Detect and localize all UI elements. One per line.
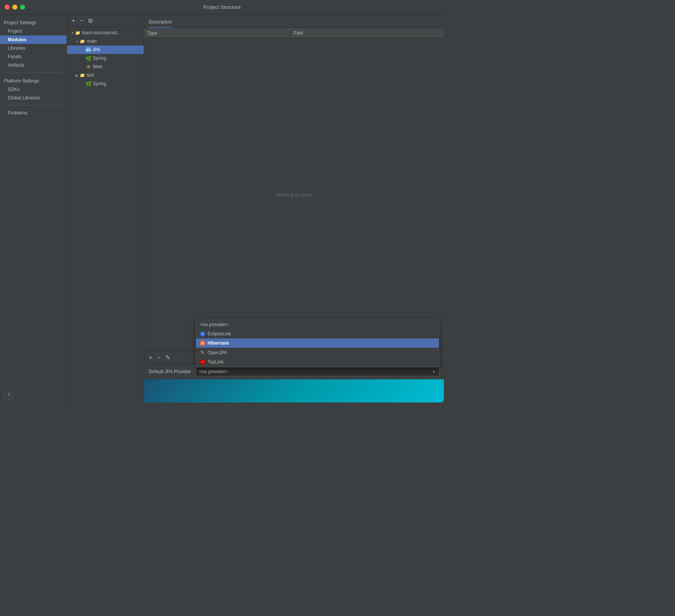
sidebar-item-problems[interactable]: Problems xyxy=(0,109,67,117)
tree-copy-button[interactable]: ⧉ xyxy=(87,17,94,24)
tree-toolbar: + − ⧉ xyxy=(67,15,144,27)
jpa-provider-row: Default JPA Provider <no provider> ▼ <no… xyxy=(144,364,444,379)
tree-item-spring-test[interactable]: 🌿 Spring xyxy=(67,79,144,88)
dropdown-item-toplink[interactable]: T TopLink xyxy=(196,357,439,367)
tree-item-root[interactable]: ▾ 📁 learn-microservic... xyxy=(67,29,144,37)
tree-label-jpa: JPA xyxy=(92,47,100,52)
titlebar: Project Structure xyxy=(0,0,444,15)
column-type: Type xyxy=(144,30,290,36)
sidebar-item-facets[interactable]: Facets xyxy=(0,52,67,61)
window-title: Project Structure xyxy=(203,4,241,10)
sidebar-item-modules[interactable]: Modules xyxy=(0,35,67,44)
tree-arrow-root: ▾ xyxy=(70,31,75,35)
bottom-teal-area xyxy=(144,379,444,402)
dropdown-item-eclipselink[interactable]: E EclipseLink xyxy=(196,329,439,338)
sidebar-bottom: ? xyxy=(0,388,67,402)
close-button[interactable] xyxy=(5,5,10,10)
sidebar-item-project[interactable]: Project xyxy=(0,27,67,35)
help-button[interactable]: ? xyxy=(4,390,14,400)
tree-item-web[interactable]: ⊕ Web xyxy=(67,62,144,71)
tab-descriptors[interactable]: Descriptors xyxy=(149,18,172,28)
jpa-provider-select[interactable]: <no provider> ▼ xyxy=(196,367,439,376)
tree-item-main[interactable]: ▾ 📁 main xyxy=(67,37,144,45)
tree-arrow-test: ▶ xyxy=(75,73,79,77)
toplink-label: TopLink xyxy=(208,359,223,365)
descriptor-edit-button[interactable]: ✎ xyxy=(164,353,172,362)
tree-label-main: main xyxy=(87,39,97,44)
tab-header: Descriptors xyxy=(144,15,444,28)
jpa-provider-dropdown-container: <no provider> ▼ <no provider> E EclipseL… xyxy=(196,367,439,376)
web-icon: ⊕ xyxy=(86,64,92,70)
descriptor-remove-button[interactable]: − xyxy=(155,354,162,362)
empty-message: Nothing to show xyxy=(276,192,312,198)
folder-icon-root: 📁 xyxy=(75,30,81,36)
hibernate-icon: H xyxy=(200,340,205,346)
tree-add-button[interactable]: + xyxy=(70,17,77,24)
folder-icon-main: 📁 xyxy=(79,38,86,44)
eclipselink-icon: E xyxy=(200,331,205,337)
tree-arrow-main: ▾ xyxy=(75,39,79,44)
tree-label-web: Web xyxy=(93,64,102,69)
tree-remove-button[interactable]: − xyxy=(78,17,85,24)
minimize-button[interactable] xyxy=(12,5,17,10)
spring-icon-main: 🌿 xyxy=(86,55,92,61)
openjpa-label: OpenJPA xyxy=(208,350,227,355)
sidebar-divider xyxy=(4,72,63,73)
descriptors-area: Type Path Nothing to show xyxy=(144,28,444,351)
sidebar-item-artifacts[interactable]: Artifacts xyxy=(0,61,67,69)
dropdown-item-none[interactable]: <no provider> xyxy=(196,320,439,329)
tree-item-jpa[interactable]: JPA JPA xyxy=(67,45,144,54)
content-panel: Descriptors Type Path Nothing to show + … xyxy=(144,15,444,402)
jpa-provider-label: Default JPA Provider xyxy=(149,369,191,374)
sidebar: Project Settings Project Modules Librari… xyxy=(0,15,67,402)
table-header: Type Path xyxy=(144,28,444,38)
maximize-button[interactable] xyxy=(20,5,25,10)
tree-label-test: test xyxy=(87,72,94,78)
tree-content: ▾ 📁 learn-microservic... ▾ 📁 main JPA JP… xyxy=(67,27,144,402)
table-body: Nothing to show xyxy=(144,38,444,351)
sidebar-item-sdks[interactable]: SDKs xyxy=(0,85,67,94)
traffic-lights xyxy=(5,5,25,10)
hibernate-label: Hibernate xyxy=(208,340,229,346)
tree-label-spring-test: Spring xyxy=(93,81,106,86)
spring-icon-test: 🌿 xyxy=(86,81,92,87)
none-label: <no provider> xyxy=(200,322,228,327)
platform-settings-section: Platform Settings xyxy=(0,76,67,85)
project-settings-section: Project Settings xyxy=(0,18,67,27)
tree-panel: + − ⧉ ▾ 📁 learn-microservic... ▾ 📁 main xyxy=(67,15,144,402)
tree-item-spring-main[interactable]: 🌿 Spring xyxy=(67,54,144,62)
column-path: Path xyxy=(290,30,444,36)
tree-label-root: learn-microservic... xyxy=(82,30,121,35)
eclipselink-label: EclipseLink xyxy=(208,331,231,337)
jpa-provider-selected-value: <no provider> xyxy=(199,369,228,374)
descriptor-add-button[interactable]: + xyxy=(147,354,154,362)
main-layout: Project Settings Project Modules Librari… xyxy=(0,15,444,402)
toplink-icon: T xyxy=(200,359,205,365)
dropdown-item-openjpa[interactable]: ✎ OpenJPA xyxy=(196,348,439,357)
folder-icon-test: 📁 xyxy=(79,72,86,78)
openjpa-icon: ✎ xyxy=(200,350,205,355)
sidebar-item-libraries[interactable]: Libraries xyxy=(0,44,67,52)
sidebar-item-global-libraries[interactable]: Global Libraries xyxy=(0,94,67,102)
sidebar-divider-2 xyxy=(4,105,63,106)
jpa-provider-dropdown: <no provider> E EclipseLink H Hibernate … xyxy=(196,320,439,367)
jpa-icon: JPA xyxy=(86,47,91,52)
tree-label-spring-main: Spring xyxy=(93,56,106,61)
tree-item-test[interactable]: ▶ 📁 test xyxy=(67,71,144,79)
dropdown-item-hibernate[interactable]: H Hibernate xyxy=(196,338,439,348)
select-arrow-icon: ▼ xyxy=(432,370,436,374)
